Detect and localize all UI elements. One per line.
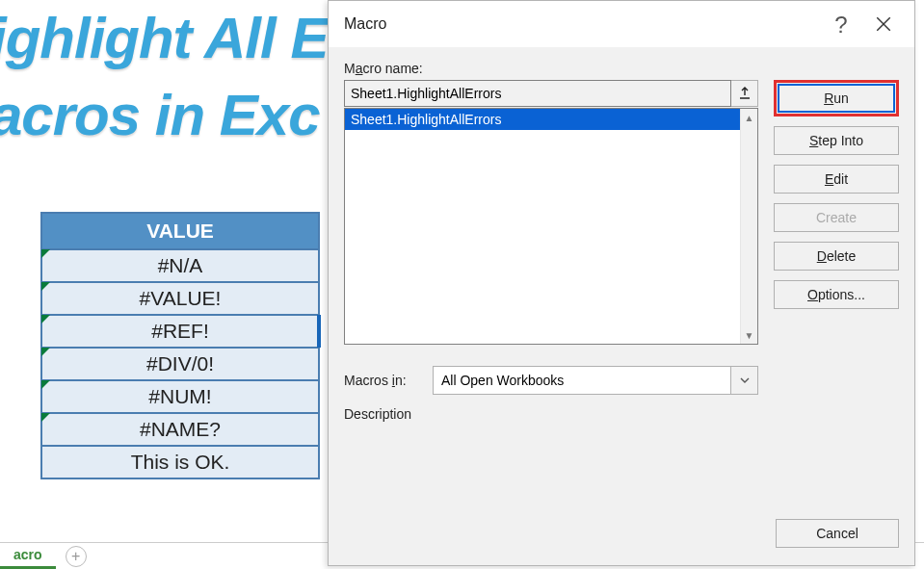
scroll-up-icon: ▲ (741, 109, 757, 126)
macro-list-item[interactable]: Sheet1.HighlightAllErrors (345, 109, 740, 130)
table-row[interactable]: #N/A (41, 249, 319, 282)
page-title-line2: acros in Exc (0, 87, 320, 144)
macros-in-combo[interactable]: All Open Workbooks (433, 366, 758, 395)
run-button[interactable]: Run (778, 84, 895, 113)
reference-icon (737, 86, 752, 101)
table-row[interactable]: This is OK. (41, 446, 319, 478)
scroll-down-icon: ▼ (741, 326, 757, 344)
run-button-highlight: Run (774, 80, 899, 116)
table-row[interactable]: #NAME? (41, 413, 319, 446)
combo-dropdown-button[interactable] (730, 367, 757, 394)
macro-name-input[interactable] (344, 80, 731, 107)
sheet-tab-active[interactable]: acro (0, 543, 56, 569)
options-button[interactable]: Options... (774, 280, 899, 309)
table-header: VALUE (41, 213, 319, 249)
value-table: VALUE #N/A #VALUE! #REF! #DIV/0! #NUM! #… (40, 212, 320, 479)
create-button: Create (774, 203, 899, 232)
plus-icon: + (71, 548, 80, 565)
edit-button[interactable]: Edit (774, 165, 899, 194)
table-row[interactable]: #NUM! (41, 380, 319, 413)
new-sheet-button[interactable]: + (66, 546, 87, 567)
dialog-titlebar: Macro ? (329, 1, 914, 47)
page-title-line1: ighlight All E (0, 10, 328, 67)
macro-listbox[interactable]: Sheet1.HighlightAllErrors ▲ ▼ (344, 108, 758, 345)
macros-in-label: Macros in: (344, 373, 421, 388)
description-label: Description (344, 406, 421, 422)
table-row[interactable]: #REF! (41, 315, 319, 348)
chevron-down-icon (740, 375, 750, 385)
table-row[interactable]: #DIV/0! (41, 348, 319, 380)
delete-button[interactable]: Delete (774, 242, 899, 271)
cancel-button[interactable]: Cancel (776, 519, 899, 548)
reference-edit-button[interactable] (731, 80, 758, 107)
close-button[interactable] (860, 1, 907, 47)
step-into-button[interactable]: Step Into (774, 126, 899, 155)
macro-dialog: Macro ? Macro name: Sheet1.HighlightAllE… (328, 0, 915, 566)
table-row[interactable]: #VALUE! (41, 282, 319, 315)
dialog-title: Macro (344, 15, 822, 33)
macro-name-label: Macro name: (344, 61, 758, 76)
help-button[interactable]: ? (822, 10, 860, 39)
listbox-scrollbar[interactable]: ▲ ▼ (740, 109, 757, 344)
close-icon (875, 15, 892, 33)
